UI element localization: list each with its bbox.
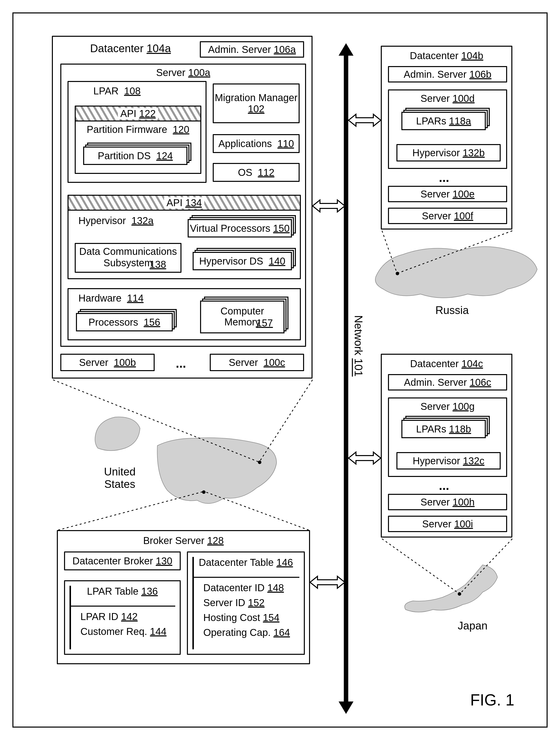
- hypervisor-ds-stack: Hypervisor DS 140: [193, 252, 292, 270]
- svg-line-5: [382, 231, 397, 273]
- hosting-cost: Hosting Cost 154: [198, 612, 279, 623]
- dc-c-title: Datacenter 104c: [382, 358, 511, 369]
- arrow-broker-net: [310, 575, 345, 590]
- svg-marker-3: [313, 200, 345, 212]
- server-100a: Server 100a LPAR 108 API 122 Partition F…: [60, 64, 306, 347]
- lpar-table-title: LPAR Table 136: [65, 581, 180, 600]
- ellipsis-dc-a: ...: [176, 356, 186, 371]
- lpars-118a-stack: LPARs 118a: [402, 112, 486, 130]
- dc-id: Datacenter ID 148: [198, 582, 284, 593]
- svg-line-6: [398, 231, 512, 273]
- processors: Processors 156: [76, 313, 173, 332]
- svg-marker-7: [348, 452, 381, 464]
- datacenter-table: Datacenter Table 146 Datacenter ID 148 S…: [187, 551, 305, 655]
- svg-marker-2: [339, 702, 353, 714]
- dc-a-admin-server: Admin. Server 106a: [200, 41, 304, 58]
- api-122: API 122: [76, 107, 200, 121]
- dc-b-title: Datacenter 104b: [382, 50, 511, 61]
- svg-marker-1: [339, 43, 353, 56]
- arrow-dc-c-net: [348, 451, 381, 466]
- hypervisor-132b: Hypervisor 132b: [397, 144, 501, 162]
- memory-stack: Computer Memory 157: [200, 300, 285, 333]
- japan-label: Japan: [458, 620, 487, 632]
- svg-line-8: [382, 539, 459, 593]
- svg-marker-12: [310, 576, 345, 588]
- arrow-dc-a-net: [313, 198, 345, 213]
- lpar-108: LPAR 108 API 122 Partition Firmware 120 …: [68, 81, 207, 183]
- server-100i: Server 100i: [388, 516, 507, 532]
- lpar-id: LPAR ID 142: [75, 611, 138, 622]
- us-label: United States: [104, 466, 135, 490]
- network-backbone: [336, 43, 356, 714]
- broker-server: Broker Server 128 Datacenter Broker 130 …: [57, 530, 310, 664]
- svg-line-11: [259, 380, 313, 462]
- ellipsis-dc-c: ...: [439, 478, 449, 493]
- processors-stack: Processors 156: [76, 313, 173, 332]
- svg-marker-4: [348, 114, 381, 126]
- datacenter-b: Datacenter 104b Admin. Server 106b Serve…: [381, 46, 512, 229]
- dc-b-admin: Admin. Server 106b: [388, 66, 507, 83]
- virtual-processors-stack: Virtual Processors 150: [188, 219, 292, 238]
- server-id: Server ID 152: [198, 597, 264, 608]
- lpars-118a: LPARs 118a: [402, 112, 486, 130]
- hypervisor-title: Hypervisor 132a: [79, 215, 153, 226]
- arrow-dc-b-net: [348, 113, 381, 128]
- hypervisor-132c: Hypervisor 132c: [397, 452, 501, 469]
- datacenter-broker: Datacenter Broker 130: [64, 551, 181, 570]
- server-100h: Server 100h: [388, 494, 507, 510]
- server-100b: Server 100b: [60, 354, 155, 371]
- lpar-title: LPAR 108: [93, 85, 141, 97]
- partition-fw-title: Partition Firmware 120: [76, 121, 200, 136]
- partition-ds: Partition DS 124: [83, 147, 188, 165]
- server-100d-title: Server 100d: [389, 90, 506, 104]
- server-100g-title: Server 100g: [389, 398, 506, 412]
- figure-page: Network 101 Datacenter 104a Admin. Serve…: [12, 12, 548, 728]
- russia-callout: [381, 229, 520, 279]
- applications: Applications 110: [213, 134, 300, 153]
- server-100d: Server 100d LPARs 118a Hypervisor 132b: [388, 89, 507, 169]
- partition-firmware: API 122 Partition Firmware 120 Partition…: [75, 106, 201, 174]
- os: OS 112: [213, 163, 300, 182]
- virtual-processors: Virtual Processors 150: [188, 219, 292, 238]
- lpars-118b: LPARs 118b: [402, 420, 486, 438]
- broker-callout: [57, 490, 310, 531]
- hardware-title: Hardware 114: [79, 293, 143, 304]
- server-100f: Server 100f: [388, 208, 507, 224]
- lpar-table: LPAR Table 136 LPAR ID 142 Customer Req.…: [64, 580, 181, 655]
- server-100c: Server 100c: [210, 354, 304, 371]
- japan-callout: [381, 538, 515, 602]
- server-100g: Server 100g LPARs 118b Hypervisor 132c: [388, 397, 507, 477]
- customer-req: Customer Req. 144: [75, 626, 166, 637]
- server-100e: Server 100e: [388, 186, 507, 202]
- datacenter-c: Datacenter 104c Admin. Server 106c Serve…: [381, 354, 512, 538]
- data-comm-subsystem: Data Communications Subsystem 138: [75, 243, 182, 273]
- dc-a-title: Datacenter 104a: [90, 42, 171, 55]
- us-callout-dc-a: [52, 379, 315, 468]
- hypervisor-panel: API 134 Hypervisor 132a Virtual Processo…: [68, 195, 301, 279]
- svg-line-9: [460, 539, 512, 593]
- operating-cap: Operating Cap. 164: [198, 627, 290, 638]
- russia-label: Russia: [435, 304, 469, 316]
- svg-line-13: [58, 491, 203, 530]
- partition-ds-stack: Partition DS 124: [83, 147, 188, 165]
- ellipsis-dc-b: ...: [439, 170, 449, 185]
- datacenter-a: Datacenter 104a Admin. Server 106a Serve…: [52, 36, 313, 379]
- migration-manager: Migration Manager102: [213, 83, 300, 123]
- server-100a-title: Server 100a: [61, 67, 305, 78]
- network-label: Network 101: [352, 315, 365, 377]
- api-134: API 134: [69, 196, 300, 211]
- hypervisor-ds: Hypervisor DS 140: [193, 252, 292, 270]
- figure-label: FIG. 1: [470, 691, 514, 709]
- computer-memory: Computer Memory 157: [200, 300, 285, 333]
- broker-title: Broker Server 128: [58, 535, 309, 546]
- svg-line-10: [53, 380, 258, 462]
- dc-table-title: Datacenter Table 146: [188, 552, 304, 571]
- svg-line-14: [205, 491, 309, 530]
- hardware: Hardware 114 Processors 156 Computer Mem…: [68, 288, 301, 340]
- dc-c-admin: Admin. Server 106c: [388, 374, 507, 390]
- lpars-118b-stack: LPARs 118b: [402, 420, 486, 438]
